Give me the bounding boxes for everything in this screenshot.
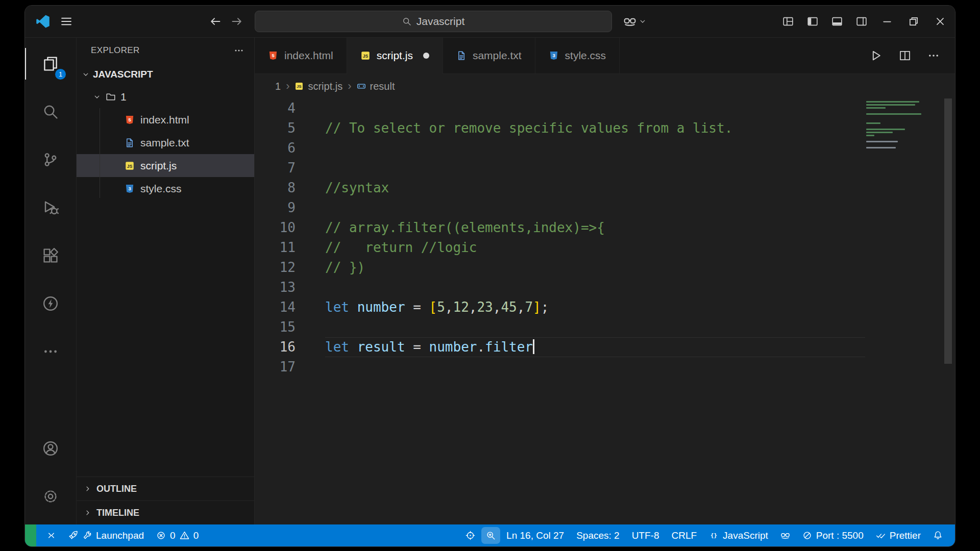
files-icon xyxy=(42,56,59,72)
activity-item-thunder-client[interactable] xyxy=(25,280,76,328)
tab-style.css[interactable]: 3style.css xyxy=(535,38,620,73)
command-center-search[interactable]: Javascript xyxy=(255,11,612,32)
breadcrumb-item-symbol[interactable]: result xyxy=(357,81,395,92)
status-eol[interactable]: CRLF xyxy=(665,524,703,546)
dirty-indicator[interactable] xyxy=(423,53,429,59)
file-item-script.js[interactable]: JSscript.js xyxy=(77,154,254,177)
svg-text:5: 5 xyxy=(272,53,274,58)
status-count: 0 xyxy=(193,530,199,541)
file-item-style.css[interactable]: 3style.css xyxy=(77,177,254,200)
minimap[interactable] xyxy=(866,99,930,150)
vscode-logo-icon xyxy=(35,14,51,29)
status-notifications[interactable] xyxy=(927,524,949,546)
activity-item-more-views[interactable] xyxy=(25,328,76,375)
status-language-mode[interactable]: {}JavaScript xyxy=(703,524,774,546)
folder-item[interactable]: 1 xyxy=(77,86,254,108)
breadcrumb-item-folder[interactable]: 1 xyxy=(275,81,281,92)
code-line: 5// To select or remove specific values … xyxy=(255,118,955,138)
code-line-content[interactable] xyxy=(325,357,865,377)
tab-script.js[interactable]: JSscript.js xyxy=(347,38,443,73)
minimap-line xyxy=(866,122,880,124)
code-line-content[interactable] xyxy=(325,278,865,297)
timeline-panel[interactable]: TIMELINE xyxy=(77,500,254,524)
code-line-content[interactable]: let result = number.filter xyxy=(325,337,865,357)
remote-corner-accent xyxy=(25,524,36,546)
status-prettier[interactable]: Prettier xyxy=(870,524,927,546)
status-screencast-target[interactable] xyxy=(459,524,481,546)
editor[interactable]: 45// To select or remove specific values… xyxy=(255,98,955,524)
file-item-index.html[interactable]: 5index.html xyxy=(77,108,254,131)
status-launchpad[interactable]: Launchpad xyxy=(62,524,150,546)
status-text: Spaces: 2 xyxy=(576,530,620,541)
status-live-server-port[interactable]: Port : 5500 xyxy=(796,524,870,546)
editor-more-actions-icon[interactable] xyxy=(927,49,940,62)
split-editor-icon[interactable] xyxy=(899,49,911,62)
css-icon: 3 xyxy=(549,51,559,61)
activity-item-source-control[interactable] xyxy=(25,136,76,184)
workspace-name: JAVASCRIPT xyxy=(93,69,153,80)
toggle-secondary-sidebar-icon[interactable] xyxy=(856,16,867,27)
code-line-content[interactable]: // To select or remove specific values f… xyxy=(325,118,865,138)
back-button[interactable] xyxy=(209,15,222,28)
code-line-content[interactable] xyxy=(325,317,865,337)
copilot-icon[interactable] xyxy=(623,15,636,28)
file-item-sample.txt[interactable]: sample.txt xyxy=(77,131,254,154)
code-line-content[interactable]: // return //logic xyxy=(325,238,865,258)
workspace-section[interactable]: JAVASCRIPT xyxy=(77,63,254,86)
code-line: 8//syntax xyxy=(255,178,955,198)
tab-index.html[interactable]: 5index.html xyxy=(255,38,347,73)
svg-text:JS: JS xyxy=(127,163,133,168)
svg-text:3: 3 xyxy=(128,186,131,191)
title-bar: Javascript xyxy=(25,6,955,38)
code-line-content[interactable]: let number = [5,12,23,45,7]; xyxy=(325,297,865,317)
status-encoding[interactable]: UTF-8 xyxy=(626,524,666,546)
code-line-content[interactable] xyxy=(325,198,865,218)
code-line-content[interactable]: // array.filter((elements,index)=>{ xyxy=(325,218,865,238)
maximize-restore-button[interactable] xyxy=(908,16,919,27)
code-line-content[interactable]: //syntax xyxy=(325,178,865,198)
toggle-panel-icon[interactable] xyxy=(831,16,843,27)
folder-name: 1 xyxy=(120,91,127,103)
code-line-content[interactable] xyxy=(325,98,865,118)
html-icon: 5 xyxy=(268,51,278,61)
code-line-content[interactable] xyxy=(325,138,865,158)
menu-icon[interactable] xyxy=(60,15,73,28)
status-problems[interactable]: 00 xyxy=(150,524,205,546)
breadcrumb-item-file[interactable]: JS script.js xyxy=(295,81,342,92)
status-indentation[interactable]: Spaces: 2 xyxy=(570,524,626,546)
line-number: 6 xyxy=(255,138,325,158)
scrollbar[interactable] xyxy=(944,98,952,364)
line-number: 11 xyxy=(255,238,325,258)
search-icon xyxy=(402,17,411,26)
activity-item-run-and-debug[interactable] xyxy=(25,184,76,232)
status-text: Ln 16, Col 27 xyxy=(506,530,564,541)
status-zoom-indicator[interactable] xyxy=(481,527,500,544)
toggle-primary-sidebar-icon[interactable] xyxy=(807,16,818,27)
activity-item-accounts[interactable] xyxy=(25,424,76,472)
tab-sample.txt[interactable]: sample.txt xyxy=(443,38,535,73)
forward-button[interactable] xyxy=(230,15,243,28)
zoom-icon xyxy=(486,531,496,540)
line-number: 15 xyxy=(255,317,325,337)
activity-item-extensions[interactable] xyxy=(25,232,76,280)
status-copilot[interactable] xyxy=(774,524,796,546)
status-cursor-position[interactable]: Ln 16, Col 27 xyxy=(500,524,570,546)
close-button[interactable] xyxy=(935,16,946,27)
activity-item-search[interactable] xyxy=(25,88,76,136)
breadcrumb: 1 › JS script.js › result xyxy=(255,74,955,98)
activity-item-settings[interactable] xyxy=(25,472,76,520)
activity-item-explorer[interactable]: 1 xyxy=(25,40,76,88)
code-line-content[interactable] xyxy=(325,158,865,178)
minimize-button[interactable] xyxy=(881,16,893,27)
chevron-down-icon[interactable] xyxy=(639,17,647,26)
code-line: 12// }) xyxy=(255,258,955,278)
code-line: 17 xyxy=(255,357,955,377)
status-remote-indicator[interactable] xyxy=(40,524,62,546)
customize-layout-icon[interactable] xyxy=(782,16,794,27)
line-number: 8 xyxy=(255,178,325,198)
run-code-button[interactable] xyxy=(869,49,883,62)
tab-label: style.css xyxy=(565,49,606,62)
code-line-content[interactable]: // }) xyxy=(325,258,865,278)
outline-panel[interactable]: OUTLINE xyxy=(77,477,254,500)
sidebar-more-actions-icon[interactable] xyxy=(234,45,244,56)
